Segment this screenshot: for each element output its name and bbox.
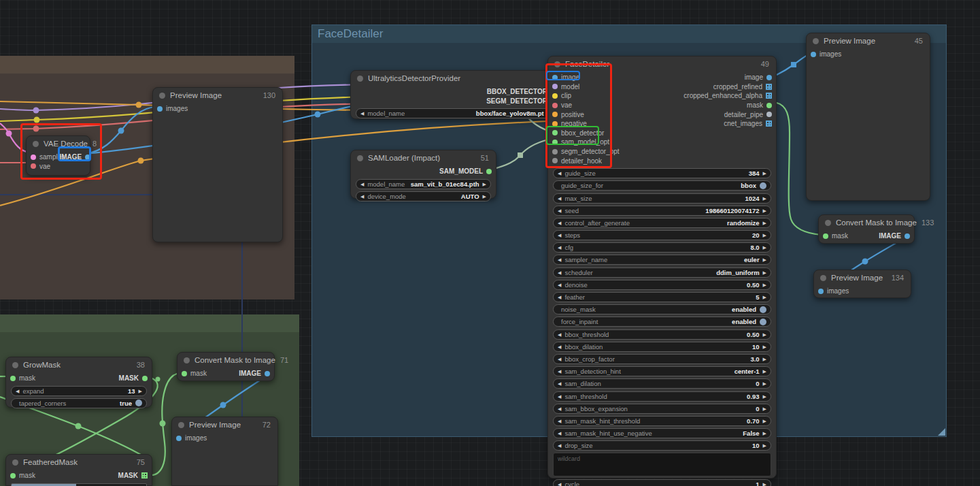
node-feathered-mask[interactable]: FeatheredMask75maskMASKstart_offset-4 (5, 454, 152, 486)
toggle-icon[interactable] (760, 319, 766, 325)
stepper-left-icon[interactable]: ◀ (558, 282, 561, 287)
stepper-left-icon[interactable]: ◀ (360, 111, 364, 116)
stepper-left-icon[interactable]: ◀ (558, 369, 561, 374)
stepper-left-icon[interactable]: ◀ (558, 233, 561, 238)
input-slot[interactable]: images (157, 105, 188, 112)
output-slot[interactable]: cnet_images (724, 120, 772, 127)
wildcard-textarea[interactable]: wildcard (553, 453, 771, 476)
stepper-left-icon[interactable]: ◀ (558, 245, 561, 250)
widget-denoise[interactable]: ◀denoise0.50▶ (553, 280, 771, 290)
stepper-left-icon[interactable]: ◀ (558, 270, 561, 275)
collapse-dot-icon[interactable] (357, 76, 363, 82)
widget-noise_mask[interactable]: noise_maskenabled (553, 304, 771, 314)
node-sam-loader[interactable]: SAMLoader (Impact)51SAM_MODEL◀model_name… (350, 150, 496, 199)
stepper-right-icon[interactable]: ▶ (763, 419, 766, 423)
node-growmask[interactable]: GrowMask38maskMASK◀expand13▶tapered_corn… (5, 357, 152, 408)
node-title-bar[interactable]: Preview Image130 (153, 88, 282, 103)
collapse-dot-icon[interactable] (184, 357, 190, 363)
widget-force_inpaint[interactable]: force_inpaintenabled (553, 317, 771, 327)
collapse-dot-icon[interactable] (825, 220, 831, 226)
stepper-right-icon[interactable]: ▶ (763, 282, 766, 287)
widget-model_name[interactable]: ◀model_namesam_vit_b_01ec84.pth▶ (356, 179, 491, 189)
input-slot[interactable]: images (818, 287, 849, 295)
stepper-right-icon[interactable]: ▶ (763, 369, 766, 374)
stepper-left-icon[interactable]: ◀ (558, 394, 561, 399)
output-slot[interactable]: IMAGE (879, 232, 910, 240)
toggle-icon[interactable] (760, 306, 766, 313)
input-slot[interactable]: mask (10, 374, 35, 382)
collapse-dot-icon[interactable] (159, 93, 165, 99)
widget-cfg[interactable]: ◀cfg8.0▶ (553, 242, 771, 253)
stepper-left-icon[interactable]: ◀ (558, 332, 561, 337)
stepper-right-icon[interactable]: ▶ (763, 171, 766, 176)
grid-output-icon[interactable] (766, 120, 772, 127)
widget-sam_threshold[interactable]: ◀sam_threshold0.93▶ (553, 391, 771, 402)
output-slot[interactable]: SAM_MODEL (439, 167, 492, 175)
port-dot-icon[interactable] (157, 106, 163, 112)
stepper-left-icon[interactable]: ◀ (558, 357, 561, 361)
stepper-right-icon[interactable]: ▶ (763, 233, 766, 238)
widget-max_size[interactable]: ◀max_size1024▶ (553, 193, 771, 204)
port-dot-icon[interactable] (486, 169, 492, 174)
widget-tapered_corners[interactable]: tapered_cornerstrue (11, 398, 147, 408)
stepper-right-icon[interactable]: ▶ (483, 182, 486, 187)
collapse-dot-icon[interactable] (12, 362, 18, 368)
stepper-right-icon[interactable]: ▶ (763, 357, 766, 361)
stepper-right-icon[interactable]: ▶ (763, 332, 766, 337)
output-slot[interactable]: cropped_enhanced_alpha (683, 92, 772, 99)
port-dot-icon[interactable] (176, 436, 182, 441)
input-slot[interactable]: mask (10, 472, 35, 479)
widget-bbox_threshold[interactable]: ◀bbox_threshold0.50▶ (553, 329, 771, 340)
group-resize-handle-icon[interactable] (938, 428, 945, 436)
widget-sam_detection_hint[interactable]: ◀sam_detection_hintcenter-1▶ (553, 366, 771, 376)
widget-steps[interactable]: ◀steps20▶ (553, 230, 771, 240)
output-slot[interactable]: IMAGE (239, 370, 270, 377)
widget-control_after_generate[interactable]: ◀control_after_generaterandomize▶ (553, 218, 771, 228)
stepper-right-icon[interactable]: ▶ (763, 257, 766, 262)
port-dot-icon[interactable] (142, 376, 148, 381)
widget-feather[interactable]: ◀feather5▶ (553, 292, 771, 302)
node-title-bar[interactable]: Preview Image45 (807, 33, 930, 48)
collapse-dot-icon[interactable] (12, 459, 18, 466)
group-brown-header[interactable] (0, 56, 294, 74)
stepper-left-icon[interactable]: ◀ (360, 194, 364, 199)
widget-sam_mask_hint_use_negative[interactable]: ◀sam_mask_hint_use_negativeFalse▶ (553, 428, 771, 438)
output-slot[interactable]: detailer_pipe (724, 111, 772, 118)
node-title-bar[interactable]: UltralyticsDetectorProvider53 (351, 71, 560, 86)
output-slot[interactable]: image (745, 74, 772, 81)
stepper-right-icon[interactable]: ▶ (763, 482, 766, 486)
stepper-right-icon[interactable]: ▶ (763, 344, 766, 349)
node-title-bar[interactable]: Preview Image72 (172, 417, 277, 432)
widget-guide_size[interactable]: ◀guide_size384▶ (553, 168, 771, 178)
stepper-left-icon[interactable]: ◀ (558, 344, 561, 349)
node-title-bar[interactable]: SAMLoader (Impact)51 (351, 150, 496, 165)
stepper-right-icon[interactable]: ▶ (763, 394, 766, 399)
stepper-right-icon[interactable]: ▶ (763, 245, 766, 250)
grid-output-icon[interactable] (766, 84, 772, 90)
node-preview-image-134[interactable]: Preview Image134images (813, 270, 911, 298)
node-title-bar[interactable]: Convert Mask to Image133 (819, 215, 914, 230)
port-dot-icon[interactable] (823, 233, 828, 239)
port-dot-icon[interactable] (818, 289, 824, 294)
stepper-left-icon[interactable]: ◀ (558, 295, 561, 299)
widget-scheduler[interactable]: ◀schedulerddim_uniform▶ (553, 268, 771, 278)
widget-sam_mask_hint_threshold[interactable]: ◀sam_mask_hint_threshold0.70▶ (553, 416, 771, 426)
port-dot-icon[interactable] (10, 473, 16, 479)
output-slot[interactable]: MASK (118, 472, 148, 479)
node-preview-image-45[interactable]: Preview Image45images (806, 33, 930, 201)
stepper-right-icon[interactable]: ▶ (483, 194, 486, 199)
widget-sam_dilation[interactable]: ◀sam_dilation0▶ (553, 378, 771, 389)
widget-sampler_name[interactable]: ◀sampler_nameeuler▶ (553, 255, 771, 265)
grid-output-icon[interactable] (141, 472, 148, 479)
stepper-left-icon[interactable]: ◀ (558, 257, 561, 262)
port-dot-icon[interactable] (10, 376, 16, 381)
stepper-left-icon[interactable]: ◀ (558, 196, 561, 201)
grid-output-icon[interactable] (766, 93, 772, 99)
toggle-icon[interactable] (760, 182, 766, 189)
widget-device_mode[interactable]: ◀device_modeAUTO▶ (356, 191, 491, 201)
widget-seed[interactable]: ◀seed198660120074172▶ (553, 206, 771, 216)
collapse-dot-icon[interactable] (813, 38, 819, 44)
port-dot-icon[interactable] (766, 112, 772, 117)
stepper-left-icon[interactable]: ◀ (558, 443, 561, 448)
widget-expand[interactable]: ◀expand13▶ (11, 386, 147, 396)
